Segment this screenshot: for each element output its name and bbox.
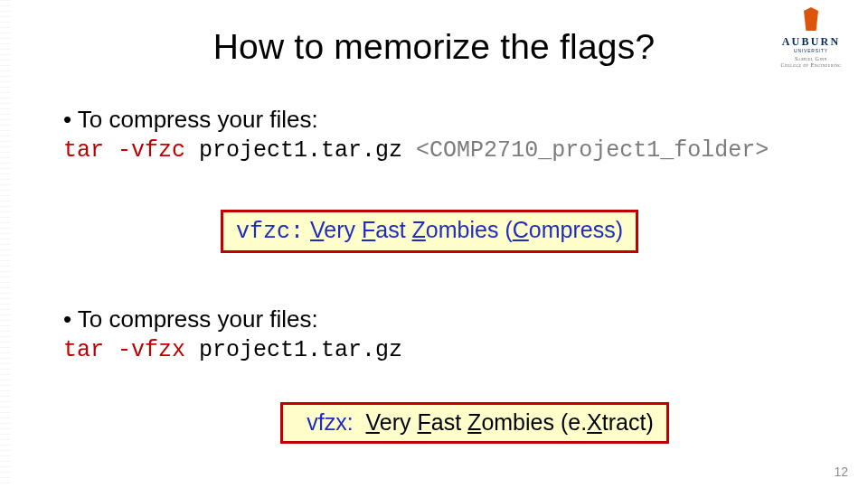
command-1: tar -vfzc project1.tar.gz <COMP2710_proj…: [63, 136, 832, 166]
bullet-compress-1: To compress your files:: [63, 104, 832, 136]
cmd1-red: tar -vfzc: [63, 137, 185, 164]
bullet-compress-2: To compress your files:: [63, 304, 832, 335]
page-number: 12: [834, 465, 848, 479]
cmd1-arg: <COMP2710_project1_folder>: [416, 137, 769, 164]
command-2: tar -vfzx project1.tar.gz: [63, 335, 832, 366]
slide-content: To compress your files: tar -vfzc projec…: [63, 104, 832, 444]
mnemonic2-phrase: Very Fast Zombies (e.Xtract): [360, 409, 654, 435]
mnemonic1-label: vfzc:: [236, 219, 304, 245]
left-ruler: [0, 0, 11, 488]
mnemonic2-label: vfzx:: [307, 409, 353, 435]
mnemonic-box-1: vfzc: Very Fast Zombies (Compress): [221, 210, 638, 253]
cmd1-file: project1.tar.gz: [199, 137, 402, 164]
slide-title: How to memorize the flags?: [0, 27, 868, 67]
cmd2-file: project1.tar.gz: [199, 337, 402, 363]
mnemonic1-phrase: Very Fast Zombies (Compress): [310, 217, 623, 242]
cmd2-red: tar -vfzx: [63, 337, 185, 363]
mnemonic-box-2: vfzx: Very Fast Zombies (e.Xtract): [280, 402, 669, 444]
